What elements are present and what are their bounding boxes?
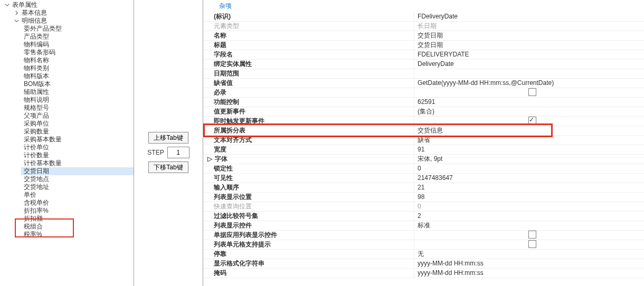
prop-key[interactable]: 字段名 [203, 50, 414, 60]
prop-key[interactable]: 日期范围 [203, 69, 414, 79]
prop-value[interactable]: 2 [414, 212, 644, 221]
prop-key[interactable]: 绑定实体属性 [203, 60, 414, 69]
checkbox[interactable] [528, 240, 536, 248]
prop-key[interactable]: 所属拆分表 [203, 126, 414, 136]
prop-value[interactable]: 无 [414, 250, 644, 259]
tree-item[interactable]: 物料类别 [21, 64, 134, 72]
tree-item[interactable]: 采购单位 [21, 120, 134, 128]
prop-key[interactable]: (标识) [203, 12, 414, 22]
prop-value[interactable]: 交货日期 [414, 31, 644, 41]
prop-value[interactable]: (集合) [414, 107, 644, 117]
tree-item[interactable]: 父项产品 [21, 112, 134, 120]
tree-basic[interactable]: 基本信息 [12, 9, 134, 17]
prop-value[interactable]: DeliveryDate [414, 60, 644, 69]
tree-item[interactable]: 交货地址 [21, 183, 134, 191]
tree-item[interactable]: 采购基本数量 [21, 136, 134, 144]
prop-key[interactable]: 可见性 [203, 174, 414, 183]
prop-value[interactable]: 21 [414, 183, 644, 193]
prop-key[interactable]: 停靠 [203, 250, 414, 259]
prop-value[interactable]: 交货信息 [414, 126, 644, 136]
prop-key[interactable]: 列表单元格支持提示 [203, 240, 414, 250]
prop-value[interactable] [414, 69, 644, 79]
prop-value[interactable]: GetDate(yyyy-MM-dd HH:mm:ss,@CurrentDate… [414, 79, 644, 88]
prop-value[interactable] [414, 117, 644, 126]
prop-key[interactable]: 元素类型 [203, 22, 414, 31]
step-input[interactable] [167, 147, 190, 158]
prop-value[interactable]: FDeliveryDate [414, 12, 644, 22]
prop-key[interactable]: 名称 [203, 31, 414, 41]
prop-value[interactable]: 2147483647 [414, 174, 644, 183]
tree-item[interactable]: 税率% [21, 231, 134, 239]
tree-item[interactable]: 交货地点 [21, 175, 134, 183]
tree-item[interactable]: 采购数量 [21, 128, 134, 136]
tree-detail[interactable]: 明细信息 [12, 17, 134, 25]
prop-key[interactable]: 缺省值 [203, 79, 414, 88]
tree-item[interactable]: 辅助属性 [21, 88, 134, 96]
tree-item[interactable]: 计价基本数量 [21, 159, 134, 167]
prop-key[interactable]: 必录 [203, 88, 414, 98]
tree-item-label: 交货日期 [23, 167, 49, 175]
prop-value[interactable]: 交货日期 [414, 41, 644, 50]
tree-item[interactable]: 折扣率% [21, 207, 134, 215]
prop-key[interactable]: 功能控制 [203, 98, 414, 107]
prop-value[interactable] [414, 231, 644, 240]
tree-item-label: 规格型号 [23, 104, 49, 112]
tree-item[interactable]: 产品类型 [21, 33, 134, 41]
tree-item[interactable]: 单价 [21, 191, 134, 199]
tree-item[interactable]: 物料编码 [21, 41, 134, 49]
prop-key[interactable]: 显示格式化字符串 [203, 259, 414, 269]
expand-icon[interactable]: ▷ [206, 155, 213, 164]
prop-value[interactable]: yyyy-MM-dd HH:mm:ss [414, 259, 644, 269]
tab-down-button[interactable]: 下移Tab键 [148, 161, 188, 173]
prop-key[interactable]: ▷字体 [203, 155, 414, 164]
checkbox[interactable] [528, 231, 536, 239]
prop-key[interactable]: 锁定性 [203, 164, 414, 174]
prop-key-label: 值更新事件 [214, 107, 245, 116]
tree-item[interactable]: 税组合 [21, 223, 134, 231]
prop-value[interactable]: 0 [414, 202, 644, 212]
prop-key[interactable]: 值更新事件 [203, 107, 414, 117]
tree-item[interactable]: 物料说明 [21, 96, 134, 104]
prop-key-label: 名称 [214, 31, 226, 40]
prop-key[interactable]: 列表显示控件 [203, 221, 414, 231]
tree-item[interactable]: BOM版本 [21, 80, 134, 88]
prop-key[interactable]: 列表显示位置 [203, 193, 414, 202]
prop-value[interactable]: 长日期 [414, 22, 644, 31]
prop-value[interactable]: 0 [414, 164, 644, 174]
prop-value[interactable]: 宋体, 9pt [414, 155, 644, 164]
prop-key[interactable]: 文本对齐方式 [203, 136, 414, 145]
prop-key[interactable]: 即时触发更新事件 [203, 117, 414, 126]
prop-key[interactable]: 标题 [203, 41, 414, 50]
tree-root[interactable]: 表单属性 [2, 1, 134, 9]
prop-key[interactable]: 过滤比较符号集 [203, 212, 414, 221]
prop-value[interactable]: 缺省 [414, 136, 644, 145]
prop-value[interactable]: 91 [414, 145, 644, 155]
tree-item[interactable]: 折扣额 [21, 215, 134, 223]
prop-key[interactable]: 单据应用列表显示控件 [203, 231, 414, 240]
prop-value[interactable]: 62591 [414, 98, 644, 107]
tree-item-label: 计价基本数量 [23, 159, 62, 167]
tree-item[interactable]: 交货日期 [21, 167, 134, 175]
prop-value[interactable]: 标准 [414, 221, 644, 231]
prop-value[interactable] [414, 240, 644, 250]
tab-up-button[interactable]: 上移Tab键 [148, 132, 188, 144]
tree-item[interactable]: 零售条形码 [21, 49, 134, 56]
tree-item[interactable]: 计价数量 [21, 151, 134, 159]
prop-value[interactable]: yyyy-MM-dd HH:mm:ss [414, 269, 644, 278]
prop-key[interactable]: 掩码 [203, 269, 414, 278]
prop-key-label: 缺省值 [214, 79, 233, 88]
prop-value[interactable] [414, 88, 644, 98]
tree-item[interactable]: 规格型号 [21, 104, 134, 112]
tree-item[interactable]: 物料名称 [21, 56, 134, 64]
prop-key[interactable]: 快速查询位置 [203, 202, 414, 212]
tree-item[interactable]: 物料版本 [21, 72, 134, 80]
prop-value[interactable]: 98 [414, 193, 644, 202]
tree-item[interactable]: 委外产品类型 [21, 25, 134, 33]
checkbox[interactable] [528, 88, 536, 96]
tree-item[interactable]: 计价单位 [21, 144, 134, 151]
prop-value[interactable]: FDELIVERYDATE [414, 50, 644, 60]
tree-item[interactable]: 含税单价 [21, 199, 134, 207]
checkbox[interactable] [528, 117, 536, 125]
prop-key[interactable]: 宽度 [203, 145, 414, 155]
prop-key[interactable]: 输入顺序 [203, 183, 414, 193]
